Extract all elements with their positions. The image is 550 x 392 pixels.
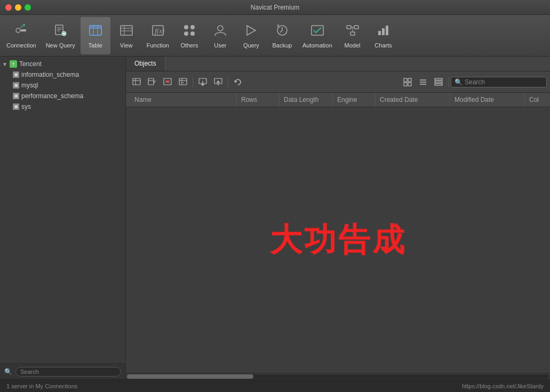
column-header-data-length[interactable]: Data Length	[280, 93, 333, 107]
toolbar-charts[interactable]: Charts	[369, 17, 398, 54]
user-label: User	[214, 42, 226, 49]
svg-rect-64	[435, 78, 442, 80]
status-right: https://blog.csdn.net/JikeStardy	[462, 383, 544, 389]
view-grid-button[interactable]	[400, 75, 415, 90]
maximize-button[interactable]	[25, 4, 31, 11]
sidebar-footer: 🔍	[0, 363, 125, 379]
svg-point-27	[190, 31, 195, 36]
sidebar-schema-information-schema[interactable]: ▦ information_schema	[0, 69, 125, 80]
svg-point-26	[184, 31, 188, 36]
new-query-icon	[53, 23, 68, 40]
user-icon	[213, 23, 228, 40]
toolbar-table[interactable]: Table	[81, 17, 110, 54]
sidebar-schema-sys[interactable]: ▦ sys	[0, 101, 125, 112]
column-header-rows[interactable]: Rows	[237, 93, 280, 107]
view-icon	[119, 23, 134, 40]
schema-icon: ▦	[13, 103, 19, 110]
svg-rect-18	[121, 26, 132, 35]
window-controls[interactable]	[5, 4, 31, 11]
connection-name: Tencent	[19, 60, 42, 68]
model-label: Model	[345, 42, 361, 49]
toolbar-automation[interactable]: Automation	[298, 17, 337, 54]
toolbar-view[interactable]: View	[111, 17, 141, 54]
table-header: Name Rows Data Length Engine Created Dat…	[126, 93, 550, 107]
database-icon: T	[10, 60, 17, 68]
function-icon: f(x)	[150, 23, 165, 40]
tab-objects-label: Objects	[134, 60, 156, 67]
toolbar-connection[interactable]: Connection	[2, 17, 41, 54]
connection-icon	[14, 23, 29, 40]
svg-rect-37	[378, 31, 381, 35]
svg-rect-15	[90, 26, 93, 28]
svg-line-45	[153, 83, 154, 84]
search-box: 🔍	[451, 77, 547, 87]
column-header-columns[interactable]: Col	[525, 93, 546, 107]
schema-icon: ▦	[13, 82, 19, 89]
svg-rect-33	[354, 26, 358, 29]
delete-table-button[interactable]	[160, 75, 175, 90]
backup-label: Backup	[273, 42, 292, 49]
svg-point-24	[184, 25, 188, 29]
toolbar-user[interactable]: User	[205, 17, 235, 54]
sidebar-search-input[interactable]	[15, 367, 121, 377]
design-table-button[interactable]	[145, 75, 160, 90]
horizontal-scrollbar[interactable]	[126, 373, 550, 379]
view-list-button[interactable]	[416, 75, 431, 90]
toolbar-others[interactable]: Others	[174, 17, 204, 54]
toolbar-model[interactable]: Model	[338, 17, 368, 54]
sidebar-content: ▼ T Tencent ▦ information_schema ▦ mysql…	[0, 57, 125, 363]
minimize-button[interactable]	[15, 4, 21, 11]
svg-rect-40	[133, 78, 140, 85]
column-header-modified-date[interactable]: Modified Date	[450, 93, 525, 107]
table-label: Table	[89, 42, 102, 49]
import-button[interactable]	[195, 75, 210, 90]
svg-line-2	[20, 26, 23, 28]
column-header-engine[interactable]: Engine	[333, 93, 376, 107]
tab-objects[interactable]: Objects	[126, 57, 165, 71]
schema-icon: ▦	[13, 71, 19, 78]
view-buttons	[400, 75, 446, 90]
toolbar-new-query[interactable]: New Query	[42, 17, 79, 54]
sidebar-schema-mysql[interactable]: ▦ mysql	[0, 80, 125, 91]
schema-icon: ▦	[13, 93, 19, 99]
svg-rect-57	[404, 78, 407, 82]
view-detail-button[interactable]	[431, 75, 446, 90]
status-bar: 1 server in My Connections https://blog.…	[0, 379, 550, 392]
others-label: Others	[180, 42, 198, 49]
schema-name: performance_schema	[21, 92, 83, 100]
search-input[interactable]	[465, 78, 543, 86]
column-header-created-date[interactable]: Created Date	[376, 93, 450, 107]
column-header-name[interactable]: Name	[130, 93, 237, 107]
model-icon	[345, 23, 360, 40]
success-text: 大功告成	[270, 219, 406, 262]
refresh-button[interactable]	[230, 75, 245, 90]
empty-table-button[interactable]	[176, 75, 190, 90]
svg-rect-49	[179, 78, 187, 85]
function-label: Function	[147, 42, 169, 49]
export-button[interactable]	[211, 75, 226, 90]
toolbar-function[interactable]: f(x) Function	[142, 17, 173, 54]
view-label: View	[120, 42, 133, 49]
expand-arrow-icon: ▼	[2, 61, 7, 67]
main-toolbar: Connection New Query	[0, 15, 550, 57]
schema-name: sys	[21, 103, 31, 110]
svg-rect-65	[435, 81, 442, 83]
charts-icon	[376, 23, 391, 40]
svg-rect-32	[347, 26, 351, 29]
close-button[interactable]	[5, 4, 12, 11]
connection-label: Connection	[6, 42, 36, 49]
toolbar-backup[interactable]: Backup	[267, 17, 297, 54]
toolbar-query[interactable]: Query	[236, 17, 266, 54]
svg-rect-43	[148, 78, 154, 85]
svg-rect-1	[21, 29, 26, 31]
new-table-button[interactable]	[129, 75, 144, 90]
sidebar-schema-performance-schema[interactable]: ▦ performance_schema	[0, 91, 125, 101]
query-label: Query	[243, 42, 259, 49]
scrollbar-track[interactable]	[127, 374, 549, 379]
scrollbar-thumb[interactable]	[127, 374, 253, 379]
svg-rect-38	[382, 28, 385, 35]
svg-rect-39	[386, 26, 388, 35]
status-left: 1 server in My Connections	[6, 383, 77, 389]
sidebar-connection-tencent[interactable]: ▼ T Tencent	[0, 59, 125, 69]
automation-label: Automation	[302, 42, 332, 49]
